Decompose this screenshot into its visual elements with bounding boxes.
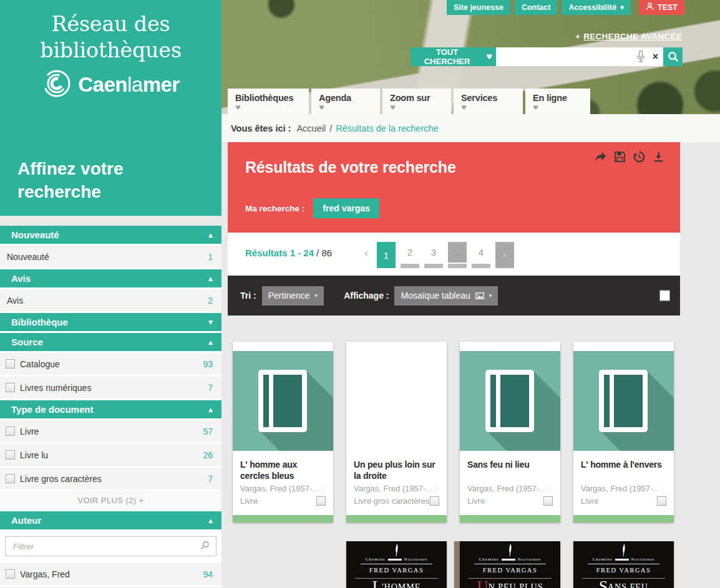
chevron-down-icon: ♥	[486, 53, 492, 61]
clear-search-icon[interactable]: ×	[653, 52, 658, 62]
breadcrumb-home-link[interactable]: Accueil	[296, 123, 326, 133]
save-icon[interactable]	[613, 150, 626, 163]
tab-en-ligne[interactable]: En ligne♥	[525, 89, 590, 114]
tab-zoom-sur[interactable]: Zoom sur♥	[382, 89, 451, 114]
facet-item-count: 93	[203, 359, 213, 369]
facet-header-auteur[interactable]: Auteur▲	[0, 511, 221, 529]
checkbox[interactable]	[6, 359, 15, 369]
result-card[interactable]: L' homme aux cercles bleusVargas, Fred (…	[233, 342, 333, 523]
breadcrumb-prefix: Vous êtes ici :	[231, 123, 291, 133]
checkbox[interactable]	[6, 427, 15, 436]
chevron-down-icon: ♥	[390, 104, 445, 111]
result-title[interactable]: Un peu plus loin sur la droite	[354, 459, 439, 481]
checkbox[interactable]	[6, 569, 15, 579]
page-button--[interactable]: ...	[448, 242, 467, 268]
facet-filter-input[interactable]	[12, 541, 200, 552]
result-card[interactable]: Un peu plus loin sur la droiteVargas, Fr…	[346, 342, 447, 523]
facet-item-vargas-fred[interactable]: Vargas, Fred94	[0, 563, 221, 585]
search-input[interactable]	[501, 51, 636, 62]
result-bottom-bar	[346, 515, 447, 523]
checkbox[interactable]	[6, 450, 15, 460]
page-button-4[interactable]: 4	[472, 242, 490, 268]
result-checkbox[interactable]	[430, 496, 439, 506]
result-card[interactable]: L' homme à l'enversVargas, Fred (1957-..…	[573, 342, 674, 523]
result-card[interactable]: Sans feu ni lieuVargas, Fred (1957-....)…	[460, 342, 560, 523]
advanced-search-link[interactable]: +RECHERCHE AVANCÉE	[575, 32, 682, 41]
tab-bibliotheques[interactable]: Bibliothèques♥	[228, 89, 309, 114]
result-card-cover[interactable]: CheminsNocturnesFRED VARGASUN PEU PLUSLO…	[460, 541, 560, 588]
checkbox[interactable]	[6, 474, 15, 483]
results-grid: L' homme aux cercles bleusVargas, Fred (…	[233, 342, 680, 523]
tab-agenda[interactable]: Agenda♥	[311, 89, 380, 114]
result-card-cover[interactable]: CheminsNocturnesFRED VARGASSANS FEUNI LI…	[573, 541, 674, 588]
select-all-checkbox[interactable]	[659, 291, 670, 301]
microphone-icon[interactable]	[636, 51, 645, 63]
facet-item-livre-lu[interactable]: Livre lu26	[0, 444, 221, 466]
download-icon[interactable]	[652, 150, 665, 163]
facet-item-catalogue[interactable]: Catalogue93	[0, 353, 221, 375]
tab-services[interactable]: Services♥	[454, 89, 523, 114]
cover-author-text: FRED VARGAS	[346, 567, 447, 574]
result-card-cover[interactable]: CheminsNocturnesFRED VARGASL'HOMMEA L'EN…	[346, 541, 447, 588]
page-button-3[interactable]: 3	[424, 242, 443, 268]
chevron-down-icon: ▼	[620, 5, 624, 11]
logo-line2: bibliothèques	[0, 37, 221, 64]
result-bottom-bar	[233, 515, 333, 523]
search-submit-button[interactable]	[663, 47, 683, 66]
result-checkbox[interactable]	[657, 496, 666, 506]
facet-title: Nouveauté	[11, 229, 59, 240]
facet-item-label: Nouveauté	[7, 252, 49, 262]
result-checkbox[interactable]	[543, 496, 553, 506]
chevron-down-icon: ▾	[315, 292, 318, 299]
topbar-link-contact[interactable]: Contact	[515, 0, 558, 15]
history-icon[interactable]	[633, 150, 646, 163]
facet-header-avis[interactable]: Avis▲	[0, 269, 221, 287]
sidebar-header: Réseau des bibliothèques Caenlamer Affin…	[0, 0, 221, 216]
topbar-link-label: TEST	[658, 3, 678, 12]
results-header-panel: Résultats de votre recherche Ma recherch…	[228, 142, 680, 233]
next-page-button[interactable]: ›	[495, 242, 514, 268]
page-button-1[interactable]: 1	[377, 242, 396, 268]
left-sidebar: Réseau des bibliothèques Caenlamer Affin…	[0, 0, 221, 588]
display-dropdown[interactable]: Mosaïque tableau ▾	[394, 286, 498, 306]
sort-dropdown[interactable]: Pertinence▾	[262, 286, 324, 306]
site-logo[interactable]: Réseau des bibliothèques Caenlamer	[0, 0, 221, 101]
result-title[interactable]: L' homme aux cercles bleus	[240, 459, 326, 481]
facet-item-livres-numeriques[interactable]: Livres numériques7	[0, 377, 221, 398]
account-test-button[interactable]: TEST	[639, 0, 684, 15]
publisher-dash	[502, 559, 515, 561]
tab-label: En ligne	[533, 93, 567, 103]
result-title[interactable]: L' homme à l'envers	[581, 459, 666, 481]
prev-page-icon[interactable]: ‹	[361, 247, 372, 259]
facet-filter-box	[5, 536, 216, 556]
search-term-tag[interactable]: fred vargas	[313, 198, 379, 218]
facet-header-nouveaute[interactable]: Nouveauté▲	[0, 226, 221, 244]
checkbox[interactable]	[6, 383, 15, 392]
facet-header-source[interactable]: Source▲	[0, 333, 221, 351]
facet-item-livre[interactable]: Livre57	[0, 420, 221, 442]
chevron-down-icon: ▾	[489, 292, 492, 299]
result-title[interactable]: Sans feu ni lieu	[467, 459, 553, 481]
facet-header-bibliotheque[interactable]: Bibliothèque▼	[0, 313, 221, 331]
facet-title: Source	[11, 337, 43, 347]
facet-item-avis[interactable]: Avis2	[0, 289, 221, 311]
facet-item-label: Livre lu	[20, 450, 48, 460]
refine-title: Affinez votre recherche	[17, 157, 161, 203]
facet-item-count: 94	[203, 569, 213, 579]
book-icon	[258, 370, 307, 432]
result-checkbox[interactable]	[316, 496, 326, 506]
facet-item-nouveaute[interactable]: Nouveauté1	[0, 246, 221, 267]
my-search-label: Ma recherche :	[245, 204, 304, 213]
facet-title: Avis	[11, 273, 31, 284]
magnifier-icon[interactable]	[200, 541, 210, 552]
topbar-link-site-jeunesse[interactable]: Site jeunesse	[447, 0, 510, 15]
results-actions	[594, 150, 665, 163]
share-icon[interactable]	[594, 150, 607, 163]
facet-see-more[interactable]: VOIR PLUS (2) +	[0, 491, 221, 509]
topbar-link-accessibilite[interactable]: Accessibilité▼	[562, 0, 631, 15]
facet-item-livre-gros-caracteres[interactable]: Livre gros caractères7	[0, 468, 221, 489]
main-nav: Bibliothèques♥Agenda♥Zoom sur♥Services♥E…	[228, 89, 590, 114]
page-button-2[interactable]: 2	[401, 242, 419, 268]
search-scope-button[interactable]: TOUT CHERCHER♥	[411, 47, 496, 66]
facet-header-type-de-document[interactable]: Type de document▲	[0, 400, 221, 418]
